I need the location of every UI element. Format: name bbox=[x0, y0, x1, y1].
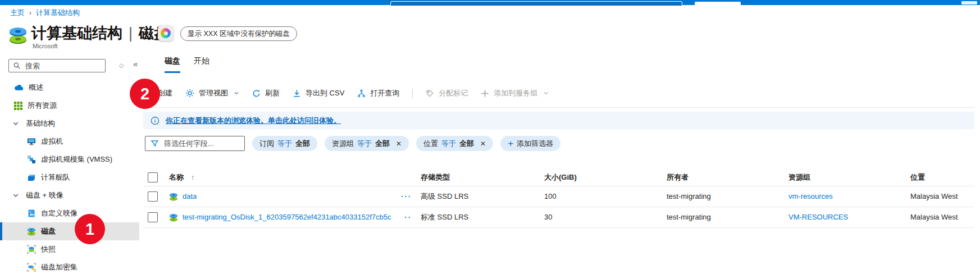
sidebar-item-label: 虚拟机规模集 (VMSS) bbox=[41, 154, 112, 165]
sidebar-item-compute-fleet[interactable]: 计算舰队 bbox=[0, 168, 139, 186]
open-query-button[interactable]: 打开查询 bbox=[357, 88, 399, 98]
download-icon bbox=[293, 89, 301, 98]
top-navigation-bar bbox=[0, 0, 980, 5]
banner-old-experience-link[interactable]: 你正在查看新版本的浏览体验。单击此处访问旧体验。 bbox=[166, 116, 341, 126]
export-csv-label: 导出到 CSV bbox=[306, 88, 344, 98]
sidebar-group-infrastructure[interactable]: 基础结构 bbox=[0, 115, 139, 133]
column-header-location[interactable]: 位置 bbox=[910, 172, 974, 182]
pill-operator: 等于 bbox=[441, 139, 456, 149]
disk-encryption-icon bbox=[27, 263, 36, 272]
annotation-circle-2: 2 bbox=[130, 79, 160, 109]
all-resources-grid-icon bbox=[14, 102, 22, 110]
cell-location: Malaysia West bbox=[910, 213, 974, 221]
filter-field-box[interactable] bbox=[145, 136, 245, 151]
filter-pill-resource-group[interactable]: 资源组 等于 全部 ✕ bbox=[325, 136, 409, 151]
manage-view-button[interactable]: 管理视图 bbox=[185, 88, 239, 98]
sidebar-group-disks-images[interactable]: 磁盘 + 映像 bbox=[0, 186, 139, 204]
export-csv-button[interactable]: 导出到 CSV bbox=[293, 88, 344, 98]
sidebar-item-label: 所有资源 bbox=[28, 101, 57, 111]
sidebar-item-disk-encryption-sets[interactable]: 磁盘加密集 bbox=[0, 258, 139, 274]
cell-size: 100 bbox=[544, 192, 667, 200]
disk-name-link[interactable]: test-migrating_OsDisk_1_6203597562ef4231… bbox=[183, 213, 391, 221]
annotation-circle-1: 1 bbox=[75, 214, 105, 244]
tab-bar: 磁盘 开始 bbox=[165, 56, 209, 73]
pill-value: 全部 bbox=[295, 139, 310, 149]
disk-icon bbox=[169, 213, 178, 222]
pill-value: 全部 bbox=[375, 139, 390, 149]
column-header-name[interactable]: 名称 ↑ bbox=[169, 172, 421, 182]
column-header-owner[interactable]: 所有者 bbox=[667, 172, 788, 182]
header-more-button[interactable]: ··· bbox=[144, 28, 154, 36]
page-subtitle: Microsoft bbox=[33, 43, 58, 49]
filter-pill-location[interactable]: 位置 等于 全部 ✕ bbox=[416, 136, 493, 151]
sidebar-group-label: 磁盘 + 映像 bbox=[26, 190, 63, 200]
add-filter-button[interactable]: + 添加筛选器 bbox=[500, 136, 560, 151]
add-to-service-group-label: 添加到服务组 bbox=[494, 88, 537, 98]
sidebar-sync-icon[interactable]: ◇ bbox=[119, 62, 124, 69]
manage-view-label: 管理视图 bbox=[199, 88, 228, 98]
pill-operator: 等于 bbox=[357, 139, 372, 149]
sidebar-search-input[interactable] bbox=[24, 61, 101, 71]
add-to-service-group-button: 添加到服务组 bbox=[481, 88, 549, 98]
close-icon[interactable]: ✕ bbox=[396, 140, 402, 148]
query-branch-icon bbox=[357, 89, 366, 98]
filter-pill-subscription[interactable]: 订阅 等于 全部 bbox=[252, 136, 317, 151]
virtual-machine-icon bbox=[27, 137, 36, 146]
breadcrumb: 主页 › 计算基础结构 bbox=[10, 8, 80, 18]
row-more-button[interactable]: ·· bbox=[404, 213, 412, 221]
snapshot-icon bbox=[27, 245, 36, 254]
tab-get-started[interactable]: 开始 bbox=[194, 56, 209, 73]
breadcrumb-home-link[interactable]: 主页 bbox=[10, 8, 25, 18]
sidebar-item-label: 快照 bbox=[41, 244, 56, 254]
assign-tags-label: 分配标记 bbox=[439, 88, 468, 98]
filter-funnel-icon bbox=[151, 139, 159, 148]
overview-cloud-icon bbox=[14, 83, 24, 93]
sidebar-search-box[interactable] bbox=[8, 59, 106, 72]
close-icon[interactable]: ✕ bbox=[480, 140, 486, 148]
topbar-account-area[interactable] bbox=[961, 1, 977, 4]
chevron-down-icon bbox=[543, 90, 549, 96]
topbar-button[interactable] bbox=[695, 2, 741, 5]
disk-name-link[interactable]: data bbox=[183, 192, 197, 200]
copilot-icon[interactable] bbox=[158, 25, 174, 41]
pill-field: 位置 bbox=[423, 139, 438, 149]
chevron-down-icon bbox=[12, 192, 19, 199]
chevron-down-icon bbox=[234, 90, 239, 96]
assign-tags-button: 分配标记 bbox=[426, 88, 468, 98]
column-header-size[interactable]: 大小(GiB) bbox=[544, 172, 667, 182]
sidebar-item-overview[interactable]: 概述 bbox=[0, 79, 139, 97]
sidebar-item-virtual-machines[interactable]: 虚拟机 bbox=[0, 133, 139, 150]
table-header-row: 名称 ↑ 存储类型 大小(GiB) 所有者 资源组 位置 bbox=[143, 168, 974, 186]
refresh-button[interactable]: 刷新 bbox=[252, 88, 280, 98]
sidebar-item-disks[interactable]: 磁盘 bbox=[0, 222, 139, 240]
add-filter-label: 添加筛选器 bbox=[517, 139, 553, 149]
sidebar-item-vmss[interactable]: 虚拟机规模集 (VMSS) bbox=[0, 150, 139, 168]
sidebar: ◇ 概述 所有资源 基础结构 虚拟机 虚拟机规模集 (VMSS) bbox=[0, 52, 139, 274]
table-row: test-migrating_OsDisk_1_6203597562ef4231… bbox=[143, 207, 974, 228]
column-header-resource-group[interactable]: 资源组 bbox=[788, 172, 910, 182]
column-header-storage-type[interactable]: 存储类型 bbox=[421, 172, 544, 182]
collapse-sidebar-icon[interactable]: « bbox=[133, 59, 138, 68]
disk-icon bbox=[27, 227, 36, 236]
copilot-suggestion-pill[interactable]: 显示 XXX 区域中没有保护的磁盘 bbox=[180, 26, 297, 41]
sidebar-item-snapshots[interactable]: 快照 bbox=[0, 240, 139, 258]
row-checkbox[interactable] bbox=[148, 191, 158, 202]
tab-disks[interactable]: 磁盘 bbox=[165, 56, 180, 73]
sidebar-item-label: 磁盘加密集 bbox=[41, 262, 78, 272]
sidebar-item-all-resources[interactable]: 所有资源 bbox=[0, 97, 139, 115]
row-more-button[interactable]: ··· bbox=[401, 192, 412, 200]
open-query-label: 打开查询 bbox=[370, 88, 399, 98]
select-all-checkbox[interactable] bbox=[148, 172, 158, 182]
gear-icon bbox=[185, 89, 194, 98]
global-search-box[interactable] bbox=[390, 1, 682, 6]
tag-icon bbox=[426, 89, 434, 98]
row-checkbox[interactable] bbox=[148, 212, 158, 222]
sidebar-item-custom-images[interactable]: 自定义映像 bbox=[0, 204, 139, 222]
sidebar-item-label: 虚拟机 bbox=[41, 136, 63, 147]
refresh-icon bbox=[252, 89, 261, 98]
command-bar: 创建 管理视图 刷新 导出到 CSV 打开查询 分配标记 添加到服务组 bbox=[145, 84, 549, 103]
resource-group-link[interactable]: VM-RESOURCES bbox=[788, 213, 848, 221]
breadcrumb-compute-link[interactable]: 计算基础结构 bbox=[36, 8, 80, 18]
resource-group-link[interactable]: vm-resources bbox=[788, 192, 833, 200]
filter-field-input[interactable] bbox=[163, 139, 239, 148]
